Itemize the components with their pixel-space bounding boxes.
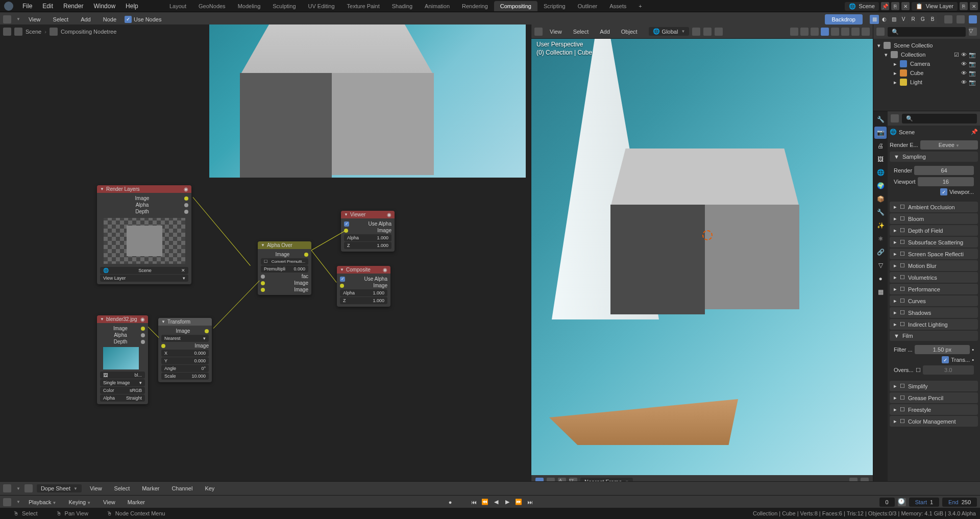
- convert-premul[interactable]: ☐Convert Premulti...: [261, 258, 308, 265]
- channel-alpha[interactable]: ▨: [889, 15, 898, 24]
- vp-view[interactable]: View: [546, 28, 566, 36]
- camera-icon[interactable]: 📷: [969, 61, 976, 67]
- use-nodes-toggle[interactable]: ✓ Use Nodes: [125, 16, 161, 23]
- editor-type-icon[interactable]: [876, 28, 885, 36]
- channel-combined[interactable]: ▦: [870, 15, 879, 24]
- tab-particles[interactable]: ✨: [874, 219, 887, 232]
- tl-marker[interactable]: Marker: [124, 498, 149, 506]
- panel-freestyle[interactable]: ▸☐Freestyle: [890, 404, 978, 415]
- tree-item-light[interactable]: ▸ Light 👁📷: [875, 78, 978, 87]
- tab-physics[interactable]: ⚛: [874, 233, 887, 245]
- socket-image[interactable]: Image: [377, 228, 391, 233]
- tab-data[interactable]: ▽: [874, 259, 887, 271]
- panel-performance[interactable]: ▸☐Performance: [890, 284, 978, 294]
- transparent-toggle[interactable]: Trans...: [951, 357, 970, 363]
- tab-texture-paint[interactable]: Texture Paint: [341, 1, 386, 11]
- socket-icon[interactable]: [340, 284, 344, 288]
- shading-solid-icon[interactable]: [841, 28, 849, 36]
- timeclock-icon[interactable]: 🕐: [898, 498, 906, 506]
- socket-image[interactable]: Image: [113, 326, 128, 331]
- snap-icon[interactable]: [957, 15, 965, 23]
- menu-edit[interactable]: Edit: [37, 3, 58, 10]
- tl-playback[interactable]: Playback▼: [24, 498, 61, 506]
- dope-key[interactable]: Key: [201, 484, 218, 492]
- tree-scene-collection[interactable]: ▾ Scene Collectio: [875, 41, 978, 50]
- shading-wireframe-icon[interactable]: [831, 28, 839, 36]
- socket-image-in[interactable]: Image: [194, 343, 209, 349]
- viewport-area[interactable]: View Select Add Object 🌐 Global▼: [531, 24, 873, 488]
- tab-compositing[interactable]: Compositing: [494, 1, 537, 11]
- panel-motion-blur[interactable]: ▸☐Motion Blur: [890, 260, 978, 271]
- use-alpha[interactable]: Use Alpha: [368, 221, 391, 227]
- hdr-select[interactable]: Select: [49, 15, 73, 23]
- bc-tree[interactable]: Compositing Nodetree: [61, 29, 116, 35]
- new-layer-icon[interactable]: ⎘: [960, 2, 968, 10]
- socket-icon[interactable]: [141, 340, 145, 344]
- engine-dropdown[interactable]: Eevee▼: [920, 140, 978, 150]
- premul-field[interactable]: Premultipli0.000: [261, 265, 308, 273]
- socket-image[interactable]: Image: [135, 195, 150, 201]
- socket-alpha[interactable]: Alpha: [114, 332, 127, 338]
- socket-image1[interactable]: Image: [294, 280, 308, 286]
- socket-icon[interactable]: [184, 210, 188, 214]
- socket-icon[interactable]: [141, 333, 145, 337]
- eye-icon[interactable]: 👁: [961, 61, 967, 67]
- tab-output[interactable]: 🖨: [874, 140, 887, 152]
- menu-window[interactable]: Window: [88, 3, 120, 10]
- z-field[interactable]: Z1.000: [344, 242, 391, 249]
- socket-icon[interactable]: [304, 253, 308, 257]
- tl-keying[interactable]: Keying▼: [64, 498, 95, 506]
- tab-scripting[interactable]: Scripting: [537, 1, 572, 11]
- jump-end-icon[interactable]: ⏭: [525, 498, 534, 507]
- overscan-value[interactable]: 3.0: [923, 365, 974, 375]
- panel-shadows[interactable]: ▸☐Shadows: [890, 307, 978, 318]
- camera-icon[interactable]: 📷: [969, 79, 976, 86]
- frame-end[interactable]: End250: [942, 498, 977, 507]
- channel-r[interactable]: R: [909, 15, 918, 24]
- preview-icon[interactable]: ◉: [387, 212, 391, 217]
- tab-viewlayer[interactable]: 🖼: [874, 153, 887, 165]
- panel-curves[interactable]: ▸☐Curves: [890, 295, 978, 306]
- tab-modifiers[interactable]: 🔧: [874, 206, 887, 218]
- socket-icon[interactable]: [184, 203, 188, 207]
- tl-view[interactable]: View: [99, 498, 119, 506]
- tree-item-cube[interactable]: ▸ Cube 👁📷: [875, 68, 978, 78]
- tab-rendering[interactable]: Rendering: [456, 1, 494, 11]
- pin-scene-icon[interactable]: 📌: [881, 2, 889, 10]
- render-samples[interactable]: 64: [914, 166, 974, 175]
- panel-simplify[interactable]: ▸☐Simplify: [890, 381, 978, 391]
- shading-material-icon[interactable]: [851, 28, 860, 36]
- bc-scene[interactable]: Scene: [26, 29, 41, 35]
- panel-bloom[interactable]: ▸☐Bloom: [890, 213, 978, 224]
- delete-scene-icon[interactable]: ✕: [901, 2, 910, 10]
- vp-object[interactable]: Object: [617, 28, 642, 36]
- gizmo-icon[interactable]: [800, 28, 808, 36]
- eye-icon[interactable]: 👁: [961, 52, 967, 58]
- dope-mode-dropdown[interactable]: Dope Sheet▼: [37, 484, 82, 492]
- socket-image2[interactable]: Image: [294, 287, 308, 292]
- image-file-field[interactable]: 🖼bl...: [100, 372, 145, 379]
- tab-texture[interactable]: ▦: [874, 286, 887, 298]
- scale-field[interactable]: Scale10.000: [161, 373, 209, 380]
- autokey-icon[interactable]: ●: [446, 498, 455, 507]
- socket-depth[interactable]: Depth: [114, 339, 128, 344]
- tab-modeling[interactable]: Modeling: [232, 1, 267, 11]
- tab-assets[interactable]: Assets: [603, 1, 632, 11]
- tab-animation[interactable]: Animation: [419, 1, 456, 11]
- socket-image-out[interactable]: Image: [276, 252, 290, 257]
- y-field[interactable]: Y0.000: [161, 357, 209, 364]
- socket-icon[interactable]: [141, 327, 145, 331]
- dope-select[interactable]: Select: [110, 484, 134, 492]
- play-reverse-icon[interactable]: ◀: [492, 498, 501, 507]
- pin-icon[interactable]: 📌: [971, 129, 978, 135]
- hdr-view[interactable]: View: [24, 15, 45, 23]
- alpha-field[interactable]: Alpha1.000: [344, 234, 391, 241]
- panel-indirect-lighting[interactable]: ▸☐Indirect Lighting: [890, 319, 978, 330]
- zoom-fit-icon[interactable]: [944, 15, 952, 23]
- tab-world[interactable]: 🌍: [874, 180, 887, 192]
- image-source[interactable]: Single Image▾: [100, 379, 145, 386]
- panel-film[interactable]: ▼Film: [890, 331, 978, 341]
- use-alpha[interactable]: Use Alpha: [364, 276, 387, 282]
- tab-tool[interactable]: 🔧: [874, 113, 887, 126]
- channel-v[interactable]: V: [899, 15, 908, 24]
